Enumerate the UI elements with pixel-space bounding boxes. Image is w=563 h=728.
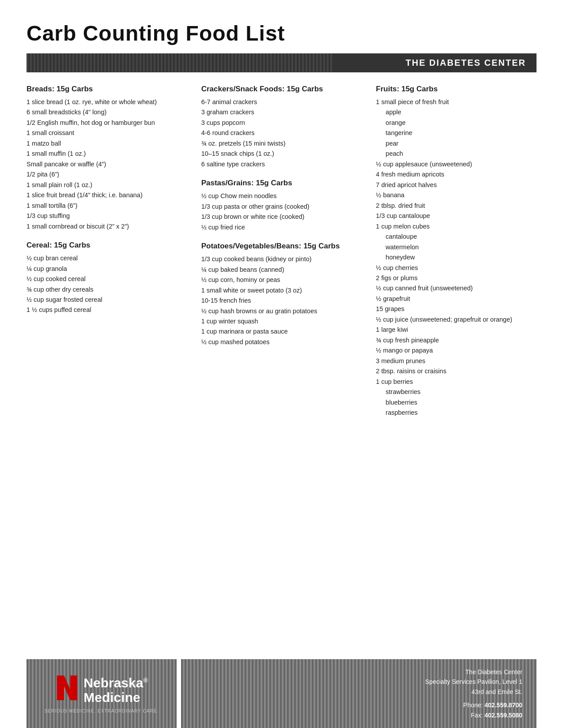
footer-info-box: The Diabetes Center Specialty Services P…: [181, 659, 537, 728]
footer-info-phone: Phone: 402.559.8700: [463, 700, 522, 710]
list-item: 15 grapes: [376, 304, 537, 314]
pastas-list: ½ cup Chow mein noodles 1/3 cup pasta or…: [201, 191, 362, 232]
list-item: 6 small breadsticks (4” long): [26, 107, 187, 117]
crackers-section: Crackers/Snack Foods: 15g Carbs 6-7 anim…: [201, 85, 362, 169]
list-item: 1 cup berries: [376, 377, 537, 387]
list-item: 10-15 french fries: [201, 296, 362, 305]
list-item: 1/3 cup brown or white rice (cooked): [201, 212, 362, 221]
list-item: 1 small white or sweet potato (3 oz): [201, 285, 362, 295]
list-item: 6-7 animal crackers: [201, 97, 362, 107]
list-item: ½ cup mashed potatoes: [201, 337, 362, 347]
breads-title: Breads: 15g Carbs: [26, 85, 187, 94]
fruits-section: Fruits: 15g Carbs 1 small piece of fresh…: [376, 85, 537, 418]
crackers-list: 6-7 animal crackers 3 graham crackers 3 …: [201, 97, 362, 169]
list-item: 3 cups popcorn: [201, 118, 362, 128]
list-item: cantaloupe: [385, 232, 537, 241]
column-breads-cereal: Breads: 15g Carbs 1 slice bread (1 oz. r…: [26, 85, 201, 659]
list-item: raspberries: [385, 408, 537, 417]
list-item: ½ cup bran cereal: [26, 253, 187, 263]
potatoes-section: Potatoes/Vegetables/Beans: 15g Carbs 1/3…: [201, 242, 362, 347]
list-item: blueberries: [385, 398, 537, 407]
list-item: 2 figs or plums: [376, 273, 537, 283]
list-item: apple: [385, 107, 537, 117]
list-item: 1 large kiwi: [376, 325, 537, 334]
logo-text-block: Nebraska® Medicine: [83, 675, 147, 705]
potatoes-title: Potatoes/Vegetables/Beans: 15g Carbs: [201, 242, 362, 251]
list-item: 1/3 cup cantaloupe: [376, 211, 537, 221]
list-item: ½ cup juice (unsweetened; grapefruit or …: [376, 315, 537, 324]
logo-n-icon: [55, 674, 79, 706]
header-label: THE DIABETES CENTER: [406, 58, 526, 68]
cereal-title: Cereal: 15g Carbs: [26, 241, 187, 250]
list-item: peach: [385, 149, 537, 158]
list-item: 1 ½ cups puffed cereal: [26, 305, 187, 315]
list-item: 3 medium prunes: [376, 356, 537, 366]
list-item: ¼ cup baked beans (canned): [201, 265, 362, 274]
list-item: ¾ cup fresh pineapple: [376, 335, 537, 345]
page: Carb Counting Food List THE DIABETES CEN…: [0, 0, 563, 728]
list-item: ½ cup sugar frosted cereal: [26, 295, 187, 304]
list-item: 2 tbsp. raisins or craisins: [376, 366, 537, 376]
header-pattern: [26, 53, 333, 72]
cereal-section: Cereal: 15g Carbs ½ cup bran cereal ¼ cu…: [26, 241, 187, 315]
fruits-list: 1 small piece of fresh fruit apple orang…: [376, 97, 537, 418]
logo-name-medicine: Medicine: [83, 690, 140, 705]
column-crackers-pastas-potatoes: Crackers/Snack Foods: 15g Carbs 6-7 anim…: [201, 85, 376, 659]
list-item: ¼ cup granola: [26, 264, 187, 274]
list-item: watermelon: [385, 242, 537, 252]
list-item: honeydew: [385, 252, 537, 262]
list-item: 1/3 cup stuffing: [26, 211, 187, 221]
list-item: 7 dried apricot halves: [376, 180, 537, 190]
list-item: orange: [385, 118, 537, 128]
list-item: ½ grapefruit: [376, 294, 537, 304]
list-item: 1/2 English muffin, hot dog or hamburger…: [26, 118, 187, 128]
footer-logo-box: Nebraska® Medicine SERIOUS MEDICINE. EXT…: [26, 659, 177, 728]
list-item: ½ banana: [376, 190, 537, 200]
list-item: 1 cup marinara or pasta sauce: [201, 326, 362, 336]
list-item: 1/3 cup cooked beans (kidney or pinto): [201, 254, 362, 264]
list-item: 1 cup winter squash: [201, 316, 362, 326]
list-item: 1/3 cup pasta or other grains (cooked): [201, 202, 362, 211]
list-item: ½ cup hash browns or au gratin potatoes: [201, 306, 362, 316]
list-item: 2 tblsp. dried fruit: [376, 201, 537, 210]
cereal-list: ½ cup bran cereal ¼ cup granola ½ cup co…: [26, 253, 187, 315]
pastas-section: Pastas/Grains: 15g Carbs ½ cup Chow mein…: [201, 179, 362, 232]
footer-logo: Nebraska® Medicine: [55, 674, 147, 706]
list-item: 10–15 snack chips (1 oz.): [201, 149, 362, 158]
header-bar: THE DIABETES CENTER: [26, 53, 537, 72]
footer-info-center: The Diabetes Center: [465, 667, 522, 677]
list-item: ½ cup cooked cereal: [26, 274, 187, 284]
footer-info-address: 43rd and Emile St.: [472, 687, 522, 697]
list-item: strawberries: [385, 387, 537, 397]
list-item: 1/2 pita (6”): [26, 169, 187, 179]
pastas-title: Pastas/Grains: 15g Carbs: [201, 179, 362, 188]
content-columns: Breads: 15g Carbs 1 slice bread (1 oz. r…: [26, 85, 537, 659]
list-item: 1 small tortilla (6”): [26, 201, 187, 210]
list-item: 1 small croissant: [26, 128, 187, 138]
footer-tagline: SERIOUS MEDICINE. EXTRAORDINARY CARE.: [45, 709, 159, 713]
list-item: ½ cup cherries: [376, 263, 537, 273]
list-item: 1 slice bread (1 oz. rye, white or whole…: [26, 97, 187, 107]
footer-info-fax: Fax: 402.559.5080: [471, 710, 522, 720]
list-item: ¾ oz. pretzels (15 mini twists): [201, 139, 362, 148]
list-item: ½ cup applesauce (unsweetened): [376, 159, 537, 169]
list-item: 1 small plain roll (1 oz.): [26, 180, 187, 190]
column-fruits: Fruits: 15g Carbs 1 small piece of fresh…: [376, 85, 537, 659]
list-item: ½ cup canned fruit (unsweetened): [376, 283, 537, 293]
list-item: 6 saltine type crackers: [201, 159, 362, 169]
list-item: ½ cup corn, hominy or peas: [201, 275, 362, 285]
list-item: Small pancake or waffle (4”): [26, 159, 187, 169]
footer: Nebraska® Medicine SERIOUS MEDICINE. EXT…: [26, 659, 537, 728]
list-item: 1 slice fruit bread (1/4” thick; i.e. ba…: [26, 190, 187, 200]
list-item: ¾ cup other dry cereals: [26, 285, 187, 294]
breads-list: 1 slice bread (1 oz. rye, white or whole…: [26, 97, 187, 231]
list-item: 4-6 round crackers: [201, 128, 362, 138]
svg-marker-0: [57, 675, 77, 700]
list-item: 1 small cornbread or biscuit (2” x 2”): [26, 221, 187, 231]
crackers-title: Crackers/Snack Foods: 15g Carbs: [201, 85, 362, 94]
list-item: 4 fresh medium apricots: [376, 169, 537, 179]
list-item: ½ cup fried rice: [201, 222, 362, 232]
logo-name-nebraska: Nebraska®: [83, 675, 147, 690]
list-item: 1 cup melon cubes: [376, 221, 537, 231]
list-item: ½ mango or papaya: [376, 345, 537, 355]
